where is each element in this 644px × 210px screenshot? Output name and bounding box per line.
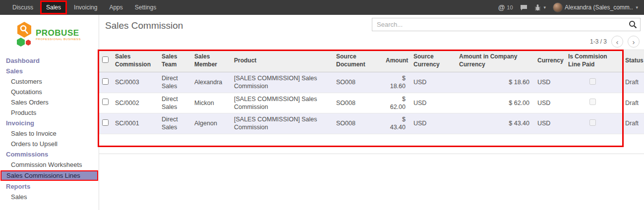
pager-next-button[interactable]: › — [628, 36, 640, 48]
col-amount[interactable]: Amount — [382, 50, 410, 72]
cell-currency: USD — [533, 113, 564, 134]
cell-currency: USD — [533, 93, 564, 113]
search-button[interactable] — [626, 19, 639, 30]
messages-button[interactable] — [520, 4, 527, 11]
cell-currency: USD — [533, 72, 564, 93]
caret-down-icon: ▾ — [544, 5, 546, 10]
col-amount-company-currency[interactable]: Amount in Company Currency — [455, 50, 533, 72]
row-checkbox[interactable] — [102, 99, 109, 105]
is-paid-checkbox — [589, 99, 596, 105]
sidebar-item-customers[interactable]: Customers — [0, 76, 99, 87]
user-name: Alexandra (Sales_comm.. — [565, 4, 633, 11]
sidebar-item-sales[interactable]: Sales — [0, 66, 99, 76]
topbar-right: @ 10 ▾ Alexandra (Sales_comm.. ▾ — [498, 2, 644, 12]
sidebar: PROBUSE PROFESSIONAL BUSINESS Dashboard … — [0, 15, 99, 210]
sidebar-item-commission-worksheets[interactable]: Commission Worksheets — [0, 159, 99, 170]
cell-source-currency: USD — [410, 72, 455, 93]
row-select-cell — [99, 113, 111, 134]
sidebar-item-dashboard[interactable]: Dashboard — [0, 55, 99, 66]
table-header-row: Sales Commission Sales Team Sales Member… — [99, 50, 644, 72]
is-paid-checkbox — [589, 78, 596, 85]
col-is-commission-line-paid[interactable]: Is Commision Line Paid — [564, 50, 621, 72]
menu-discuss[interactable]: Discuss — [6, 0, 39, 15]
col-sales-team[interactable]: Sales Team — [158, 50, 190, 72]
cell-sales-team: Direct Sales — [158, 113, 190, 134]
sidebar-item-sales-commissions-lines[interactable]: Sales Commissions Lines — [0, 170, 98, 181]
cell-source-document: SO008 — [332, 72, 382, 93]
cell-amount-company: $ 43.40 — [455, 113, 533, 134]
sidebar-item-sales-orders[interactable]: Sales Orders — [0, 97, 99, 107]
is-paid-checkbox — [589, 119, 596, 126]
table-row[interactable]: SC/0002 Direct Sales Mickon [SALES COMMI… — [99, 93, 644, 113]
col-product[interactable]: Product — [230, 50, 332, 72]
at-icon: @ — [498, 3, 505, 11]
user-avatar — [553, 2, 563, 12]
cell-is-paid — [564, 113, 621, 134]
page-title: Sales Commission — [105, 20, 183, 31]
table-row[interactable]: SC/0003 Direct Sales Alexandra [SALES CO… — [99, 72, 644, 93]
cell-product: [SALES COMMISSION] Sales Commission — [230, 113, 332, 134]
app-window: Discuss Sales Invoicing Apps Settings @ … — [0, 0, 644, 210]
row-checkbox[interactable] — [102, 78, 109, 85]
probuse-logo-icon — [14, 21, 35, 49]
control-panel: Sales Commission 1-3 / 3 ‹ › — [99, 15, 644, 50]
cell-sales-member: Algenon — [190, 113, 230, 134]
menu-invoicing[interactable]: Invoicing — [68, 0, 103, 15]
pager: 1-3 / 3 ‹ › — [590, 36, 640, 48]
cell-sales-member: Alexandra — [190, 72, 230, 93]
cell-amount-company: $ 62.00 — [455, 93, 533, 113]
sidebar-item-sales-to-invoice[interactable]: Sales to Invoice — [0, 128, 99, 139]
cell-amount: $ 62.00 — [382, 93, 410, 113]
col-currency[interactable]: Currency — [533, 50, 564, 72]
menu-sales[interactable]: Sales — [40, 0, 67, 14]
activities-button[interactable]: @ 10 — [498, 3, 513, 11]
activity-count: 10 — [507, 4, 513, 10]
list-view: Sales Commission Sales Team Sales Member… — [99, 50, 644, 154]
select-all-checkbox[interactable] — [102, 56, 109, 63]
topbar: Discuss Sales Invoicing Apps Settings @ … — [0, 0, 644, 15]
pager-previous-button[interactable]: ‹ — [611, 36, 623, 48]
sidebar-item-orders-to-upsell[interactable]: Orders to Upsell — [0, 139, 99, 149]
cell-sales-commission: SC/0003 — [111, 72, 158, 93]
debug-menu-button[interactable]: ▾ — [534, 4, 546, 11]
cell-amount: $ 18.60 — [382, 72, 410, 93]
col-sales-commission[interactable]: Sales Commission — [111, 50, 158, 72]
cell-source-currency: USD — [410, 93, 455, 113]
sidebar-item-products[interactable]: Products — [0, 107, 99, 118]
sidebar-item-reports-sales[interactable]: Sales — [0, 192, 99, 202]
col-sales-member[interactable]: Sales Member — [190, 50, 230, 72]
sidebar-item-commissions[interactable]: Commissions — [0, 149, 99, 159]
cell-source-document: SO008 — [332, 113, 382, 134]
cell-status: Draft — [621, 93, 644, 113]
col-source-document[interactable]: Source Document — [332, 50, 382, 72]
user-menu-button[interactable]: Alexandra (Sales_comm.. ▾ — [553, 2, 638, 12]
cell-sales-team: Direct Sales — [158, 93, 190, 113]
sidebar-nav: Dashboard Sales Customers Quotations Sal… — [0, 55, 99, 202]
col-status[interactable]: Status — [621, 50, 644, 72]
pager-range: 1-3 / 3 — [590, 38, 607, 45]
sidebar-item-invoicing[interactable]: Invoicing — [0, 118, 99, 128]
probuse-logo: PROBUSE PROFESSIONAL BUSINESS — [0, 15, 99, 55]
cell-product: [SALES COMMISSION] Sales Commission — [230, 93, 332, 113]
cell-status: Draft — [621, 113, 644, 134]
cell-is-paid — [564, 93, 621, 113]
logo-text: PROBUSE PROFESSIONAL BUSINESS — [36, 29, 81, 41]
search-box — [372, 18, 641, 31]
cell-product: [SALES COMMISSION] Sales Commission — [230, 72, 332, 93]
cell-amount: $ 43.40 — [382, 113, 410, 134]
search-input[interactable] — [372, 18, 641, 31]
topbar-menu: Discuss Sales Invoicing Apps Settings — [0, 0, 162, 15]
sidebar-item-reports[interactable]: Reports — [0, 181, 99, 192]
cell-is-paid — [564, 72, 621, 93]
cell-sales-commission: SC/0002 — [111, 93, 158, 113]
table-row[interactable]: SC/0001 Direct Sales Algenon [SALES COMM… — [99, 113, 644, 134]
sidebar-item-quotations[interactable]: Quotations — [0, 87, 99, 97]
menu-apps[interactable]: Apps — [103, 0, 128, 15]
row-checkbox[interactable] — [102, 119, 109, 126]
logo-title: PROBUSE — [36, 29, 81, 38]
menu-settings[interactable]: Settings — [129, 0, 162, 15]
row-select-cell — [99, 72, 111, 93]
col-source-currency[interactable]: Source Currency — [410, 50, 455, 72]
body-row: PROBUSE PROFESSIONAL BUSINESS Dashboard … — [0, 15, 644, 210]
row-select-cell — [99, 93, 111, 113]
